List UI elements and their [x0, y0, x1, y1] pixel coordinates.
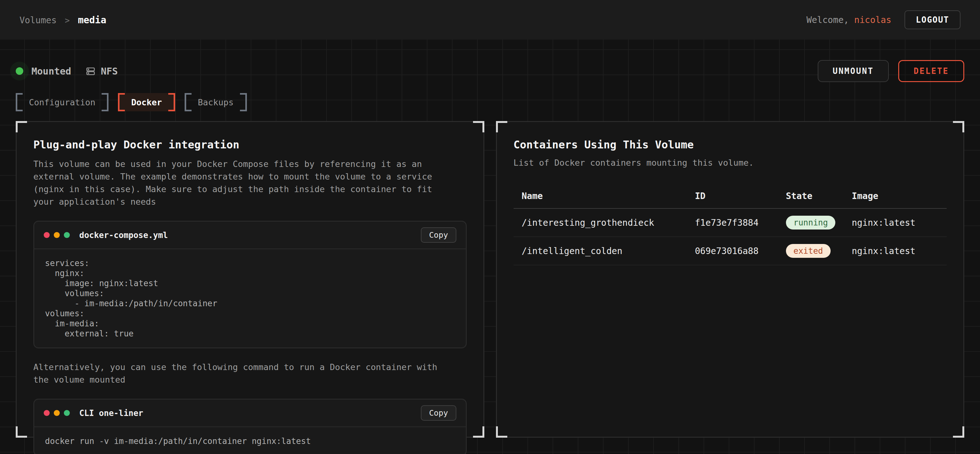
copy-cli-button[interactable]: Copy: [421, 405, 456, 421]
column-header-id: ID: [687, 184, 778, 208]
panel-corner-icon: [16, 121, 27, 132]
mounted-status-label: Mounted: [32, 66, 71, 77]
breadcrumb-separator-icon: >: [65, 16, 70, 25]
cli-code: docker run -v im-media:/path/in/containe…: [34, 427, 466, 454]
docker-integration-panel: Plug-and-play Docker integration This vo…: [16, 121, 484, 438]
panel-corner-icon: [496, 426, 507, 438]
volume-type-label: NFS: [101, 66, 118, 77]
green-dot-icon: [64, 410, 70, 416]
tab-configuration[interactable]: Configuration: [16, 93, 108, 111]
breadcrumb-current: media: [78, 14, 106, 25]
docker-panel-description: This volume can be used in your Docker C…: [33, 158, 445, 208]
main-area: Mounted NFS UNMOUNT DELETE Configuration: [0, 40, 980, 454]
status-row: Mounted NFS UNMOUNT DELETE: [16, 60, 964, 83]
welcome-label: Welcome,: [807, 15, 854, 25]
container-name: /intelligent_colden: [514, 237, 687, 265]
server-stack-icon: [86, 66, 95, 76]
table-header-row: Name ID State Image: [514, 184, 947, 208]
compose-code: services: nginx: image: nginx:latest vol…: [34, 249, 466, 348]
breadcrumb-volumes-link[interactable]: Volumes: [19, 15, 57, 25]
amber-dot-icon: [54, 232, 60, 238]
compose-codeblock-header: docker-compose.yml Copy: [34, 222, 466, 249]
page: Volumes > media Welcome, nicolas LOGOUT …: [0, 0, 980, 454]
username: nicolas: [854, 15, 891, 25]
compose-codeblock: docker-compose.yml Copy services: nginx:…: [33, 221, 467, 348]
container-id: f1e73e7f3884: [687, 208, 778, 237]
breadcrumb: Volumes > media: [19, 14, 106, 25]
table-row: /intelligent_colden 069e73016a88 exited …: [514, 237, 947, 265]
content-panels: Plug-and-play Docker integration This vo…: [16, 121, 964, 438]
column-header-name: Name: [514, 184, 687, 208]
window-dots-icon: [44, 232, 70, 238]
green-dot-icon: [64, 232, 70, 238]
red-dot-icon: [44, 410, 50, 416]
tab-backups[interactable]: Backups: [185, 93, 247, 111]
tab-docker[interactable]: Docker: [118, 93, 175, 111]
volume-status: Mounted NFS: [16, 66, 118, 77]
container-name: /interesting_grothendieck: [514, 208, 687, 237]
panel-corner-icon: [473, 426, 484, 438]
table-row: /interesting_grothendieck f1e73e7f3884 r…: [514, 208, 947, 237]
panel-corner-icon: [473, 121, 484, 132]
column-header-state: State: [778, 184, 844, 208]
cli-alternative-text: Alternatively, you can use the following…: [33, 361, 445, 386]
panel-corner-icon: [953, 426, 964, 438]
cli-title: CLI one-liner: [79, 408, 143, 418]
panel-corner-icon: [496, 121, 507, 132]
docker-panel-title: Plug-and-play Docker integration: [33, 138, 467, 151]
container-image: nginx:latest: [843, 237, 947, 265]
containers-panel-subtitle: List of Docker containers mounting this …: [514, 158, 947, 168]
welcome-text: Welcome, nicolas: [807, 15, 891, 25]
state-badge: running: [786, 216, 836, 230]
containers-panel: Containers Using This Volume List of Doc…: [496, 121, 964, 438]
containers-table: Name ID State Image /interesting_grothen…: [514, 184, 947, 265]
unmount-button[interactable]: UNMOUNT: [818, 60, 889, 82]
state-badge: exited: [786, 244, 830, 258]
cli-code-body: docker run -v im-media:/path/in/containe…: [34, 427, 466, 454]
topbar: Volumes > media Welcome, nicolas LOGOUT: [0, 0, 980, 40]
amber-dot-icon: [54, 410, 60, 416]
cli-codeblock-header: CLI one-liner Copy: [34, 400, 466, 427]
mounted-status-dot-icon: [16, 67, 23, 75]
logout-button[interactable]: LOGOUT: [905, 10, 961, 29]
tab-bar: Configuration Docker Backups: [16, 93, 964, 111]
user-area: Welcome, nicolas LOGOUT: [807, 10, 961, 29]
compose-code-body: services: nginx: image: nginx:latest vol…: [34, 249, 466, 348]
container-id: 069e73016a88: [687, 237, 778, 265]
panel-corner-icon: [953, 121, 964, 132]
copy-compose-button[interactable]: Copy: [421, 227, 456, 243]
container-image: nginx:latest: [843, 208, 947, 237]
volume-actions: UNMOUNT DELETE: [818, 60, 964, 82]
red-dot-icon: [44, 232, 50, 238]
column-header-image: Image: [843, 184, 947, 208]
delete-button[interactable]: DELETE: [898, 60, 964, 82]
containers-panel-title: Containers Using This Volume: [514, 138, 947, 151]
compose-filename: docker-compose.yml: [79, 230, 168, 240]
panel-corner-icon: [16, 426, 27, 438]
window-dots-icon: [44, 410, 70, 416]
cli-codeblock: CLI one-liner Copy docker run -v im-medi…: [33, 398, 467, 454]
